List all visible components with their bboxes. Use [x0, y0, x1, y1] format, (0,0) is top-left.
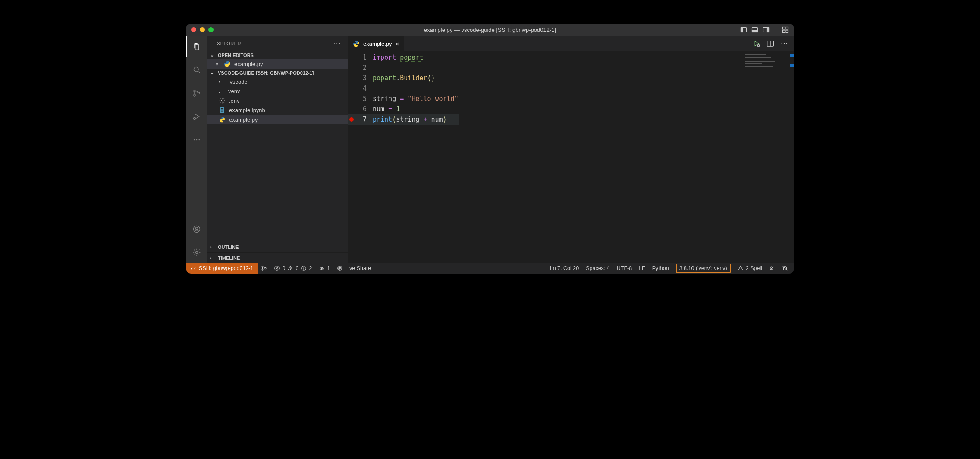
folder-venv[interactable]: › venv: [207, 86, 348, 96]
separator: [776, 26, 776, 33]
close-window-button[interactable]: [191, 27, 196, 32]
file-name: example.ipynb: [229, 107, 265, 113]
svg-point-46: [322, 269, 322, 270]
interpreter-highlight: 3.8.10 ('venv': venv): [676, 264, 731, 273]
python-icon: [353, 40, 360, 47]
svg-point-32: [782, 43, 782, 44]
line-number: 1: [355, 52, 373, 63]
code-op: =: [388, 105, 392, 113]
outline-label: OUTLINE: [218, 245, 239, 250]
git-branch-status[interactable]: [258, 263, 270, 274]
file-ipynb[interactable]: example.ipynb: [207, 105, 348, 115]
window-controls: [191, 27, 214, 32]
open-editor-item[interactable]: × example.py: [207, 59, 348, 69]
line-number: 5: [355, 94, 373, 104]
workspace-section[interactable]: ⌄ VSCODE-GUIDE [SSH: GBNWP-POD012-1]: [207, 69, 348, 77]
svg-point-35: [262, 266, 263, 267]
spell-status[interactable]: 2 Spell: [734, 263, 766, 274]
code-var: num: [373, 105, 384, 113]
remote-label: SSH: gbnwp-pod012-1: [199, 265, 253, 271]
maximize-window-button[interactable]: [208, 27, 214, 32]
svg-point-23: [221, 100, 223, 101]
liveshare-status[interactable]: Live Share: [333, 263, 374, 274]
layout-sidebar-right-icon[interactable]: [763, 26, 770, 33]
svg-point-14: [198, 92, 200, 94]
layout-panel-icon[interactable]: [751, 26, 758, 33]
svg-point-45: [304, 267, 304, 267]
folder-vscode[interactable]: › .vscode: [207, 77, 348, 86]
breakpoint-icon[interactable]: [349, 117, 354, 122]
svg-point-34: [786, 43, 787, 44]
sidebar-title: EXPLORER: [214, 41, 241, 46]
overview-ruler[interactable]: [789, 51, 794, 263]
timeline-label: TIMELINE: [218, 255, 240, 261]
svg-point-13: [194, 94, 195, 96]
search-activity[interactable]: [186, 63, 207, 76]
tab-example-py[interactable]: example.py ×: [348, 36, 405, 51]
code-class: Builder: [400, 74, 427, 82]
more-activity[interactable]: [186, 133, 207, 146]
close-editor-icon[interactable]: ×: [214, 61, 220, 67]
svg-rect-6: [783, 27, 785, 30]
ports-status[interactable]: 1: [315, 263, 333, 274]
file-env[interactable]: .env: [207, 96, 348, 105]
notifications-icon[interactable]: [779, 263, 794, 274]
line-number: 6: [355, 104, 373, 114]
liveshare-label: Live Share: [345, 265, 371, 271]
tab-bar: example.py ×: [348, 36, 794, 51]
open-editors-section[interactable]: ⌄ OPEN EDITORS: [207, 51, 348, 59]
chevron-right-icon: ›: [210, 255, 216, 261]
accounts-activity[interactable]: [186, 223, 207, 236]
line-number: 2: [355, 63, 373, 73]
warnings-count: 0: [295, 265, 298, 271]
language-mode[interactable]: Python: [649, 263, 672, 274]
status-bar: SSH: gbnwp-pod012-1 0 0 2 1 Live Share L…: [186, 263, 794, 274]
code-module: popart: [373, 74, 396, 82]
file-example-py[interactable]: example.py: [207, 115, 348, 124]
svg-point-36: [262, 269, 263, 270]
run-debug-activity[interactable]: [186, 110, 207, 123]
minimap[interactable]: [742, 51, 794, 263]
more-actions-icon[interactable]: [780, 40, 788, 47]
code-number: 1: [396, 105, 400, 113]
open-editors-label: OPEN EDITORS: [218, 53, 254, 58]
svg-point-48: [770, 267, 772, 268]
source-control-activity[interactable]: [186, 87, 207, 100]
svg-point-21: [196, 227, 198, 230]
chevron-down-icon: ⌄: [210, 70, 216, 75]
python-interpreter[interactable]: 3.8.10 ('venv': venv): [672, 263, 734, 274]
file-name: .env: [229, 97, 240, 104]
close-tab-icon[interactable]: ×: [395, 40, 399, 47]
tab-label: example.py: [363, 41, 392, 47]
code-call: print: [373, 116, 392, 123]
line-number: 3: [355, 73, 373, 83]
python-icon: [224, 60, 231, 67]
indentation-status[interactable]: Spaces: 4: [582, 263, 613, 274]
settings-activity[interactable]: [186, 246, 207, 259]
encoding-status[interactable]: UTF-8: [613, 263, 635, 274]
line-number: 7: [355, 114, 373, 125]
svg-rect-8: [783, 30, 785, 33]
layout-sidebar-left-icon[interactable]: [740, 26, 747, 33]
ports-count: 1: [327, 265, 330, 271]
folder-name: venv: [228, 88, 240, 94]
svg-point-18: [196, 139, 198, 141]
feedback-icon[interactable]: [766, 263, 779, 274]
split-editor-icon[interactable]: [766, 40, 774, 47]
run-debug-icon[interactable]: [753, 40, 760, 47]
minimize-window-button[interactable]: [200, 27, 205, 32]
outline-section[interactable]: › OUTLINE: [207, 242, 348, 252]
editor-body[interactable]: 1 import popart 2 3 popart.Builder(): [348, 51, 794, 263]
cursor-position[interactable]: Ln 7, Col 20: [547, 263, 582, 274]
timeline-section[interactable]: › TIMELINE: [207, 252, 348, 263]
sidebar-more-icon[interactable]: ···: [333, 40, 342, 47]
remote-indicator[interactable]: SSH: gbnwp-pod012-1: [186, 263, 258, 274]
window-title: example.py — vscode-guide [SSH: gbnwp-po…: [186, 27, 794, 33]
explorer-activity[interactable]: [186, 40, 207, 53]
folder-name: .vscode: [228, 79, 248, 85]
problems-status[interactable]: 0 0 2: [270, 263, 315, 274]
eol-status[interactable]: LF: [635, 263, 649, 274]
customize-layout-icon[interactable]: [782, 26, 789, 33]
errors-count: 0: [282, 265, 285, 271]
code-var: string: [373, 95, 396, 103]
